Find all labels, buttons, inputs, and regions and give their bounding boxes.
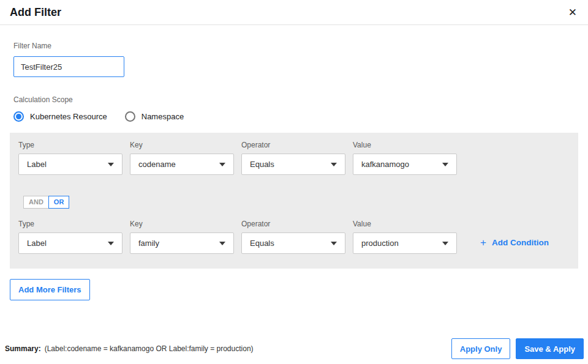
value-select[interactable]: production [353, 232, 457, 254]
save-and-apply-button[interactable]: Save & Apply [516, 338, 584, 359]
field-label: Value [353, 220, 457, 228]
summary-label: Summary: [5, 344, 41, 353]
select-value: codename [138, 160, 176, 169]
conditions-panel: Type Label Key codename Operator Equals [10, 133, 578, 269]
chevron-down-icon [331, 163, 337, 166]
select-value: Equals [250, 160, 274, 169]
filter-name-label: Filter Name [13, 42, 51, 50]
chevron-down-icon [108, 242, 114, 245]
filter-name-input[interactable] [13, 56, 124, 77]
condition-row-1: Type Label Key codename Operator Equals [18, 141, 570, 175]
radio-kubernetes-resource[interactable]: Kubernetes Resource [13, 111, 107, 122]
operator-select[interactable]: Equals [241, 154, 345, 175]
select-value: family [138, 239, 159, 248]
dialog-footer: Summary:(Label:codename = kafkanamogo OR… [5, 338, 584, 359]
chevron-down-icon [331, 242, 337, 245]
condition-field-key: Key codename [130, 141, 234, 175]
chevron-down-icon [219, 163, 225, 166]
field-label: Type [18, 220, 123, 228]
condition-field-value: Value kafkanamogo [353, 141, 457, 175]
or-toggle-button[interactable]: OR [48, 196, 70, 209]
summary-text: (Label:codename = kafkanamogo OR Label:f… [45, 344, 254, 353]
condition-field-operator: Operator Equals [241, 220, 345, 254]
type-select[interactable]: Label [18, 154, 123, 175]
condition-field-type: Type Label [18, 141, 123, 175]
chevron-down-icon [219, 242, 225, 245]
condition-row-2: Type Label Key family Operator Equals [18, 220, 570, 254]
select-value: Equals [250, 239, 274, 248]
radio-icon [13, 111, 24, 122]
chevron-down-icon [442, 242, 448, 245]
footer-actions: Apply Only Save & Apply [451, 338, 584, 359]
add-more-filters-button[interactable]: Add More Filters [10, 279, 90, 300]
condition-field-type: Type Label [18, 220, 123, 254]
calculation-scope-options: Kubernetes Resource Namespace [13, 111, 578, 122]
plus-icon: + [480, 237, 486, 248]
select-value: kafkanamogo [361, 160, 409, 169]
field-label: Operator [241, 220, 345, 228]
and-toggle-button[interactable]: AND [23, 196, 49, 209]
condition-field-value: Value production [353, 220, 457, 254]
dialog-header: Add Filter ✕ [0, 0, 588, 25]
apply-only-button[interactable]: Apply Only [451, 338, 511, 359]
dialog-body: Filter Name Calculation Scope Kubernetes… [0, 40, 588, 300]
radio-icon [125, 111, 135, 122]
key-select[interactable]: codename [130, 154, 234, 175]
operator-select[interactable]: Equals [241, 232, 345, 254]
key-select[interactable]: family [130, 232, 234, 254]
select-value: Label [27, 239, 47, 248]
dialog-title: Add Filter [10, 6, 61, 19]
calculation-scope-block: Calculation Scope Kubernetes Resource Na… [13, 94, 578, 122]
add-condition-label: Add Condition [492, 238, 549, 247]
chevron-down-icon [108, 163, 114, 166]
summary: Summary:(Label:codename = kafkanamogo OR… [5, 344, 254, 353]
value-select[interactable]: kafkanamogo [353, 154, 457, 175]
select-value: Label [27, 160, 47, 169]
add-condition-link[interactable]: + Add Condition [480, 237, 549, 248]
field-label: Operator [241, 141, 345, 149]
field-label: Type [18, 141, 123, 149]
chevron-down-icon [442, 163, 448, 166]
field-label: Key [130, 141, 234, 149]
select-value: production [361, 239, 399, 248]
condition-field-operator: Operator Equals [241, 141, 345, 175]
logic-toggle: AND OR [23, 196, 570, 209]
calculation-scope-label: Calculation Scope [13, 95, 73, 104]
radio-label: Namespace [141, 112, 184, 121]
radio-label: Kubernetes Resource [30, 112, 107, 121]
field-label: Value [353, 141, 457, 149]
close-icon[interactable]: ✕ [567, 6, 578, 19]
type-select[interactable]: Label [18, 232, 123, 254]
radio-namespace[interactable]: Namespace [125, 111, 184, 122]
field-label: Key [130, 220, 234, 228]
filter-name-block: Filter Name [13, 40, 578, 77]
condition-field-key: Key family [130, 220, 234, 254]
